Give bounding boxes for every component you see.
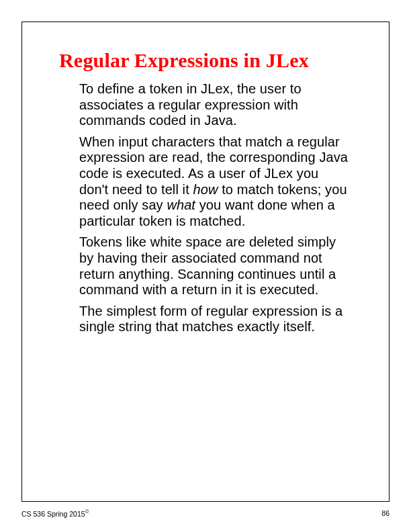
paragraph-1: To define a token in JLex, the user to a… [79,81,350,129]
footer-page-number: 86 [381,509,390,517]
paragraph-4: The simplest form of regular expression … [79,304,350,335]
copyright-mark: © [85,508,89,515]
body-text: To define a token in JLex, the user to a… [59,81,355,335]
slide-title: Regular Expressions in JLex [59,49,355,72]
p2-what: what [167,197,195,212]
slide-frame: Regular Expressions in JLex To define a … [21,21,390,502]
footer-course: CS 536 Spring 2015© [21,508,89,518]
paragraph-2: When input characters that match a regul… [79,134,350,230]
paragraph-3: Tokens like white space are deleted simp… [79,234,350,298]
p2-how: how [193,182,218,197]
course-text: CS 536 Spring 2015 [21,509,85,517]
